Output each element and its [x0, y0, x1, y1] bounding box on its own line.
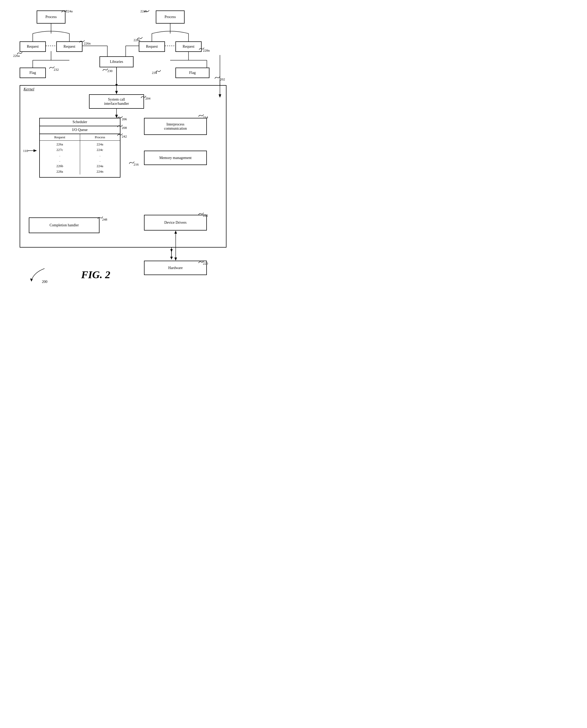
flag1-label: Flag: [29, 71, 36, 75]
squiggle-242: [117, 133, 122, 136]
driver-hardware-arrow: [174, 230, 177, 262]
scheduler-row: Scheduler: [40, 118, 120, 126]
svg-marker-34: [33, 149, 37, 152]
squiggle-230: [103, 68, 108, 71]
hardware-label: Hardware: [168, 266, 183, 270]
completion-handler-label: Completion handler: [49, 223, 79, 227]
hardware-box: Hardware: [144, 261, 207, 275]
squiggle-228n: [199, 47, 204, 50]
squiggle-220: [198, 260, 204, 264]
fig-label: FIG. 2: [81, 269, 110, 281]
flag2-box: Flag: [175, 68, 209, 78]
io-data-area: 226a227c..226b228a 224a224c..224a224n: [40, 141, 120, 175]
request3-box: Request: [139, 41, 165, 52]
squiggle-234: [156, 69, 161, 73]
squiggle-226a: [17, 51, 22, 55]
squiggle-224n: [144, 9, 149, 13]
ref-226n: 226n: [84, 41, 91, 46]
lib-to-syscall-arrow: [115, 67, 118, 96]
memory-mgmt-label: Memory management: [159, 156, 191, 160]
process-col-header: Process: [80, 134, 120, 140]
squiggle-206: [117, 115, 122, 119]
squiggle-216: [129, 161, 134, 164]
squiggle-248: [98, 215, 103, 220]
squiggle-222: [198, 212, 204, 215]
ref-224a: 224a: [66, 9, 72, 13]
flag2-label: Flag: [189, 71, 196, 75]
libraries-box: Libraries: [99, 56, 134, 67]
completion-handler-box: Completion handler: [29, 218, 99, 233]
process1-box: Process: [37, 10, 66, 24]
interprocess-box: Interprocess communication: [144, 118, 207, 135]
request4-label: Request: [183, 45, 194, 49]
svg-marker-30: [219, 94, 221, 98]
arrow-110: [27, 148, 38, 153]
squiggle-202: [215, 75, 220, 79]
squiggle-228a: [137, 36, 142, 40]
ref-200: 200: [42, 280, 47, 284]
system-call-label: System call interface/handler: [104, 97, 129, 106]
request1-label: Request: [27, 45, 39, 49]
squiggle-204: [141, 95, 146, 99]
request4-box: Request: [175, 41, 202, 52]
io-request-data: 226a227c..226b228a: [40, 141, 80, 175]
request1-box: Request: [20, 41, 46, 52]
process2-label: Process: [165, 15, 176, 19]
process1-label: Process: [46, 15, 57, 19]
svg-marker-26: [170, 257, 173, 259]
squiggle-224a: [62, 9, 67, 13]
device-drivers-label: Device Drivers: [164, 221, 186, 225]
squiggle-208: [117, 124, 122, 128]
ref-230: 230: [107, 69, 113, 73]
svg-marker-28: [115, 91, 118, 94]
svg-marker-38: [30, 278, 33, 281]
svg-marker-36: [174, 230, 177, 234]
outer-to-kernel-arrow: [219, 80, 224, 101]
request3-label: Request: [146, 45, 158, 49]
squiggle-214: [198, 113, 204, 117]
libraries-label: Libraries: [110, 60, 123, 64]
system-call-box: System call interface/handler: [89, 94, 144, 109]
svg-marker-37: [174, 257, 177, 261]
io-process-data: 224a224c..224a224n: [80, 141, 120, 175]
squiggle-226n: [79, 39, 85, 43]
request2-box: Request: [56, 41, 83, 52]
device-drivers-box: Device Drivers: [144, 215, 207, 230]
flag1-box: Flag: [20, 68, 46, 78]
interprocess-label: Interprocess communication: [164, 122, 187, 131]
io-queue-row: I/O Queue: [40, 126, 120, 134]
io-columns-header: Request Process: [40, 134, 120, 141]
request-col-header: Request: [40, 134, 80, 140]
kernel-label: Kernel: [24, 87, 34, 91]
memory-mgmt-box: Memory management: [144, 151, 207, 165]
request2-label: Request: [63, 45, 75, 49]
diagram: Process 224a Request 226a Request 226n F…: [5, 5, 230, 283]
squiggle-232: [49, 66, 54, 69]
process2-box: Process: [156, 10, 185, 24]
